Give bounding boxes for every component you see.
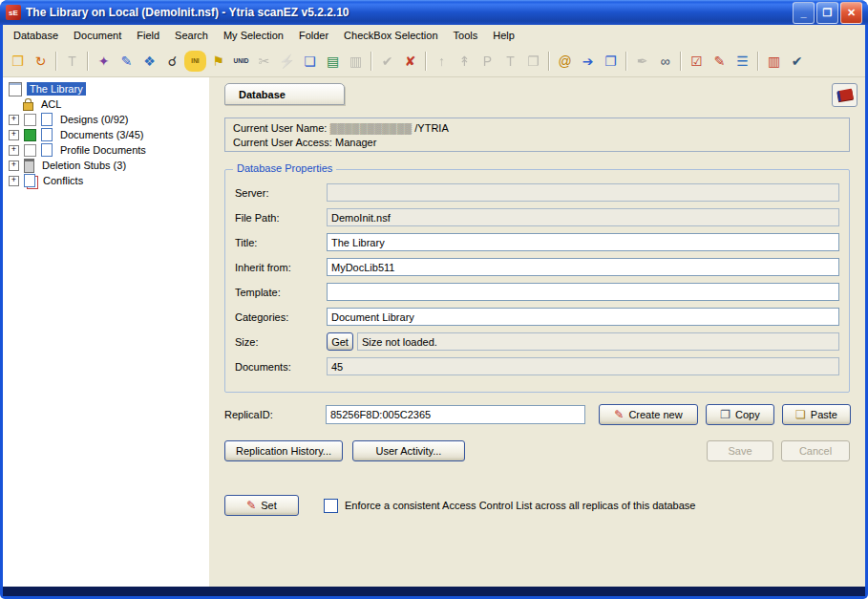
menu-bar: DatabaseDocumentFieldSearchMy SelectionF… [3,25,865,45]
menu-item-tools[interactable]: Tools [446,28,486,43]
tree-item-deletion-stubs[interactable]: Deletion Stubs (3) [3,158,209,173]
toolbar-separator [370,52,372,71]
validate-selection-icon[interactable]: ✔ [786,51,808,72]
sign-document-icon: ✒ [631,51,653,72]
template-field[interactable] [327,283,839,301]
get-size-button[interactable]: Get [327,332,353,351]
replication-history-button[interactable]: Replication History... [224,440,343,461]
replica-id-row: ReplicaID: ✎ Create new ❐ Copy ❏ [224,404,850,425]
close-button[interactable]: ✕ [840,2,862,24]
enforce-acl-checkbox[interactable] [324,499,338,513]
tree-item-documents[interactable]: Documents (3/45) [3,127,209,142]
replica-id-field[interactable] [326,405,585,424]
menu-item-document[interactable]: Document [66,28,129,43]
toolbar-separator [757,52,759,71]
expand-icon[interactable] [9,130,19,140]
design-doc-icon [41,113,53,126]
edit-fields-icon[interactable]: ✎ [116,51,138,72]
title-field[interactable] [327,233,839,251]
tree-checkbox[interactable] [24,144,36,157]
title-bar: sE The Library on Local (DemoInit.nsf) -… [0,0,868,25]
tree-item-label[interactable]: ACL [38,97,64,111]
ini-variables-icon[interactable]: INI [184,51,206,72]
tree-item-the-library[interactable]: The Library [3,81,209,96]
tree-item-conflicts[interactable]: Conflicts [3,173,209,188]
size-label: Size: [235,336,327,348]
expand-icon[interactable] [9,145,19,156]
search-documents-icon[interactable]: ☌ [161,51,183,72]
inherit-from-field[interactable] [327,258,839,276]
document-text-icon: T [499,51,521,72]
paste-label: Paste [811,409,837,420]
tree-item-label[interactable]: Designs (0/92) [57,113,132,126]
tree-checkbox-checked[interactable] [24,129,36,141]
menu-item-checkbox-selection[interactable]: CheckBox Selection [336,28,445,43]
profile-doc-icon [41,143,53,157]
menu-item-folder[interactable]: Folder [291,28,336,43]
parent-document-icon: P [476,51,498,72]
tree-item-label[interactable]: Conflicts [40,174,86,187]
current-user-box: Current User Name: ▒▒▒▒▒▒▒▒▒▒▒ /YTRIA Cu… [224,118,850,152]
checkbox-selection-edit-icon[interactable]: ✎ [709,51,730,72]
refresh-icon[interactable]: ↻ [30,51,52,72]
menu-item-search[interactable]: Search [167,28,216,43]
copy-label: Copy [735,409,760,420]
delete-selection-icon[interactable]: ▥ [763,51,785,72]
tree-item-label[interactable]: Documents (3/45) [57,128,146,141]
minimize-button[interactable]: _ [793,2,815,24]
user-activity-button[interactable]: User Activity... [352,440,465,461]
file-path-field [327,208,839,226]
move-up-icon: ↑ [431,51,453,72]
tree-item-label[interactable]: The Library [27,82,86,96]
set-acl-button[interactable]: ✎ Set [224,495,299,516]
restore-button[interactable]: ❐ [816,2,838,24]
tree-item-acl[interactable]: ACL [3,96,209,112]
current-user-name-value: ▒▒▒▒▒▒▒▒▒▒▒ /YTRIA [329,122,448,134]
tree-checkbox[interactable] [24,114,36,126]
categories-label: Categories: [235,311,327,323]
template-label: Template: [235,287,327,298]
tab-database[interactable]: Database [224,83,345,105]
main-panel: Database Current User Name: ▒▒▒▒▒▒▒▒▒▒▒ … [213,77,865,587]
tree-item-designs[interactable]: Designs (0/92) [3,112,209,127]
size-field [357,332,839,351]
open-database-icon[interactable]: ❒ [7,51,29,72]
action-row: Replication History... User Activity... … [224,440,850,461]
compare-documents-icon[interactable]: ∞ [654,51,676,72]
checkbox-selection-check-icon[interactable]: ☑ [686,51,708,72]
tree-item-label[interactable]: Deletion Stubs (3) [39,159,129,172]
categories-field[interactable] [327,308,839,326]
document-preview-icon: ❐ [522,51,544,72]
create-new-button[interactable]: ✎ Create new [599,404,698,425]
open-window-icon[interactable]: ❐ [600,51,622,72]
paste-button[interactable]: ❏ Paste [782,404,851,425]
tree-item-profile-documents[interactable]: Profile Documents [3,142,209,158]
trash-icon [24,159,34,173]
expand-icon[interactable] [9,176,19,186]
expand-icon[interactable] [9,115,19,125]
formula-icon[interactable]: @ [554,51,576,72]
pen-icon: ✎ [614,408,624,421]
copy-button[interactable]: ❐ Copy [706,404,774,425]
menu-item-my-selection[interactable]: My Selection [216,28,291,43]
export-document-icon[interactable]: ➔ [577,51,599,72]
lock-icon [23,102,33,111]
my-selection-flag-icon[interactable]: ⚑ [207,51,229,72]
search-unid-icon[interactable]: UNID [230,51,252,72]
field-values-icon[interactable]: ✦ [93,51,115,72]
save-button: Save [707,440,773,461]
new-document-icon[interactable]: ❏ [299,51,321,72]
delete-document-icon: ▥ [345,51,367,72]
menu-item-database[interactable]: Database [6,28,66,43]
open-notebook-icon[interactable]: ▤ [322,51,344,72]
design-elements-icon[interactable]: ❖ [138,51,160,72]
tree-item-label[interactable]: Profile Documents [57,143,149,157]
menu-item-field[interactable]: Field [129,28,167,43]
help-book-button[interactable] [832,83,857,107]
cancel-action-icon[interactable]: ✘ [399,51,421,72]
toolbar-separator [548,52,550,71]
menu-item-help[interactable]: Help [485,28,522,43]
expand-icon[interactable] [9,160,19,171]
cancel-button: Cancel [781,440,850,461]
checkbox-selection-list-icon[interactable]: ☰ [731,51,753,72]
